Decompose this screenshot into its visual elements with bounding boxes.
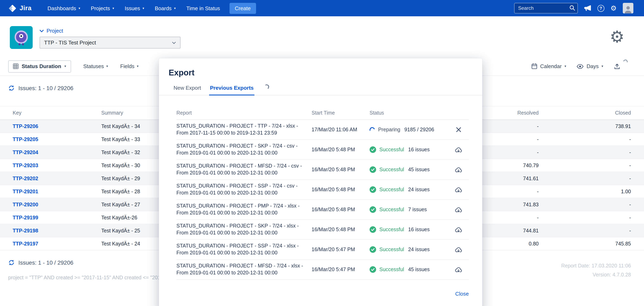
export-action [448, 267, 469, 273]
days-dropdown[interactable]: Days ▾ [577, 63, 603, 69]
issue-key-link[interactable]: TTP-29199 [13, 215, 38, 220]
export-action [448, 206, 469, 213]
nav-dashboards-label: Dashboards [48, 5, 76, 11]
search-icon[interactable] [569, 5, 576, 11]
project-avatar [10, 26, 33, 49]
status-detail: 9185 / 29206 [404, 127, 434, 133]
announcement-icon[interactable] [584, 5, 591, 11]
export-report-name: STATUS_DURATION - PROJECT - SKP - 7/24 -… [176, 223, 312, 236]
tab-loading-spinner [264, 84, 270, 90]
download-icon[interactable] [454, 246, 462, 253]
nav-boards[interactable]: Boards ▾ [150, 0, 181, 16]
export-start-time: 17/Mar/20 11:06 AM [312, 127, 370, 133]
project-select-value: TTP - TIS Test Project [44, 39, 96, 46]
statuses-dropdown[interactable]: Statuses ▾ [83, 63, 108, 69]
avatar[interactable] [623, 3, 634, 13]
issue-closed-value: - [539, 215, 631, 220]
download-icon[interactable] [454, 166, 462, 173]
cancel-icon[interactable] [456, 127, 461, 133]
success-check-icon [370, 226, 376, 233]
download-icon[interactable] [454, 186, 462, 193]
export-report-name: STATUS_DURATION - PROJECT - PMP - 7/24 -… [176, 203, 312, 216]
issue-closed-value: - [539, 202, 631, 207]
issue-closed-value: - [539, 162, 631, 168]
nav-dashboards[interactable]: Dashboards ▾ [42, 0, 86, 16]
issue-key-link[interactable]: TTP-29205 [13, 136, 38, 142]
download-icon[interactable] [454, 147, 462, 153]
nav-time-in-status[interactable]: Time in Status [181, 0, 225, 16]
report-name-line2: From 2019-01-01 00:00 to 2020-12-31 00:0… [176, 150, 306, 156]
chevron-down-icon: ▾ [142, 6, 144, 10]
download-icon[interactable] [454, 267, 462, 273]
column-status: Status [370, 110, 448, 116]
close-button[interactable]: Close [455, 291, 469, 297]
export-report-name: STATUS_DURATION - PROJECT - SSP - 7/24 -… [176, 243, 312, 257]
nav-issues[interactable]: Issues ▾ [120, 0, 150, 16]
issues-count-footer-label: Issues: 1 - 10 / 29206 [18, 259, 73, 266]
fields-dropdown[interactable]: Fields ▾ [120, 63, 138, 69]
chevron-down-icon: ▾ [137, 64, 138, 68]
dialog-tabs: New Export Previous Exports [159, 83, 482, 95]
help-icon[interactable]: ? [598, 5, 604, 12]
project-select[interactable]: TTP - TIS Test Project [40, 37, 180, 48]
download-icon[interactable] [454, 206, 462, 213]
issue-key-link[interactable]: TTP-29206 [13, 123, 38, 129]
search-input[interactable] [514, 3, 578, 13]
issue-closed-value: - [539, 175, 631, 181]
fields-label: Fields [120, 63, 134, 69]
issue-key-link[interactable]: TTP-29203 [13, 162, 38, 168]
status-detail: 45 issues [408, 267, 430, 272]
jira-logo-text: Jira [20, 4, 32, 12]
calendar-label: Calendar [540, 63, 562, 69]
jira-logo[interactable]: Jira [8, 4, 32, 12]
issue-closed-value: 745.85 [539, 241, 631, 246]
status-detail: 16 issues [408, 227, 430, 232]
success-check-icon [370, 246, 376, 253]
column-closed[interactable]: Closed [539, 110, 631, 116]
download-icon[interactable] [454, 226, 462, 233]
search-box [514, 3, 578, 13]
success-check-icon [370, 166, 376, 173]
calendar-dropdown[interactable]: Calendar ▾ [531, 63, 566, 69]
exports-table-header: Report Start Time Status [176, 106, 469, 120]
report-name-line2: From 2019-01-01 00:00 to 2020-12-31 00:0… [176, 190, 306, 196]
export-action [448, 186, 469, 193]
export-row: STATUS_DURATION - PROJECT - MFSD - 7/24 … [176, 260, 469, 280]
status-detail: 45 issues [408, 167, 430, 172]
tab-new-export[interactable]: New Export [173, 85, 202, 95]
export-button[interactable] [614, 63, 628, 70]
main-nav: Dashboards ▾ Projects ▾ Issues ▾ Boards … [42, 0, 226, 16]
column-key[interactable]: Key [13, 110, 101, 116]
issue-key-link[interactable]: TTP-29201 [13, 189, 38, 194]
export-action [448, 127, 469, 133]
project-section-toggle[interactable]: Project [40, 28, 644, 34]
export-status: Successful 16 issues [370, 146, 448, 153]
report-settings-gear-icon[interactable]: ⚙ [610, 28, 624, 45]
export-report-name: STATUS_DURATION - PROJECT - SSP - 7/24 -… [176, 183, 312, 196]
export-start-time: 16/Mar/20 5:48 PM [312, 167, 370, 172]
export-row: STATUS_DURATION - PROJECT - SKP - 7/24 -… [176, 220, 469, 240]
refresh-icon[interactable] [8, 85, 15, 91]
issue-key-link[interactable]: TTP-29197 [13, 241, 38, 246]
nav-projects-label: Projects [91, 5, 110, 11]
issue-key-link[interactable]: TTP-29198 [13, 228, 38, 233]
status-label: Preparing [378, 127, 400, 133]
export-report-name: STATUS_DURATION - PROJECT - TTP - 7/24 -… [176, 123, 312, 137]
refresh-icon[interactable] [8, 259, 15, 266]
issue-key-link[interactable]: TTP-29204 [13, 150, 38, 155]
exports-table-body: STATUS_DURATION - PROJECT - TTP - 7/24 -… [176, 120, 469, 280]
tab-previous-exports[interactable]: Previous Exports [209, 85, 254, 95]
issue-key-link[interactable]: TTP-29200 [13, 202, 38, 207]
report-type-button[interactable]: Status Duration ▾ [8, 60, 71, 72]
settings-icon[interactable]: ⚙ [610, 5, 617, 12]
success-check-icon [370, 186, 376, 193]
success-check-icon [370, 266, 376, 273]
top-navbar: Jira Dashboards ▾ Projects ▾ Issues ▾ Bo… [0, 0, 644, 16]
chevron-down-icon: ▾ [106, 64, 108, 68]
chevron-down-icon: ▾ [174, 6, 176, 10]
issue-key-link[interactable]: TTP-29202 [13, 175, 38, 181]
export-status: Successful 45 issues [370, 166, 448, 173]
status-detail: 16 issues [408, 147, 430, 153]
create-button[interactable]: Create [230, 3, 256, 14]
nav-projects[interactable]: Projects ▾ [86, 0, 120, 16]
